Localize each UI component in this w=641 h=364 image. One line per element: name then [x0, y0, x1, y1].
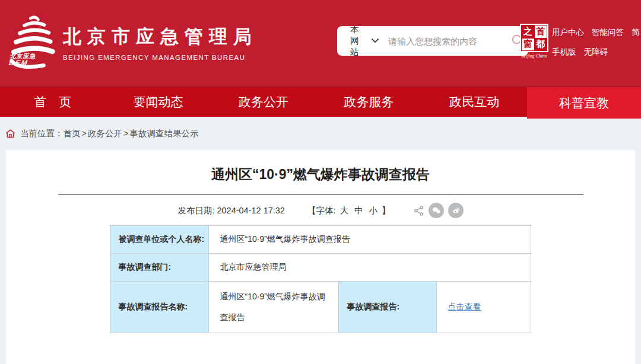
investigated-entity-value: 通州区“10·9”燃气爆炸事故调查报告	[209, 226, 531, 254]
article-meta: 发布日期: 2024-04-12 17:32 【字体: 大 中 小 】	[6, 203, 635, 218]
report-name-label: 事故调查报告名称:	[110, 282, 209, 333]
capital-window-seal[interactable]: 之 首 窗 都 Beijing-China	[520, 24, 548, 59]
accessibility-link[interactable]: 无障碍	[584, 47, 608, 58]
font-size-small-button[interactable]: 小	[369, 206, 378, 215]
seal-char: 之	[522, 25, 534, 38]
site-title-english: BEIJING EMERGENCY MANAGEMENT BUREAU	[63, 54, 258, 61]
investigation-department-value: 北京市应急管理局	[209, 254, 531, 282]
table-row: 被调查单位或个人名称: 通州区“10·9”燃气爆炸事故调查报告	[110, 226, 531, 254]
font-size-open: 【字体:	[307, 206, 336, 215]
article-title: 通州区“10·9”燃气爆炸事故调查报告	[6, 165, 635, 183]
breadcrumb-gov-disclosure-link[interactable]: 政务公开	[88, 128, 122, 139]
site-search: 本网站	[337, 26, 528, 56]
table-row: 事故调查报告名称: 通州区“10·9”燃气爆炸事故调查报告 事故调查报告: 点击…	[110, 282, 531, 333]
nav-item-public-interaction[interactable]: 政民互动	[421, 87, 527, 117]
search-input[interactable]	[388, 36, 506, 46]
investigated-entity-label: 被调查单位或个人名称:	[110, 226, 209, 254]
nav-item-science-education-active[interactable]: 科普宣教	[527, 87, 641, 119]
investigation-department-label: 事故调查部门:	[110, 254, 209, 282]
accident-report-table: 被调查单位或个人名称: 通州区“10·9”燃气爆炸事故调查报告 事故调查部门: …	[110, 225, 531, 333]
nav-item-gov-disclosure[interactable]: 政务公开	[211, 87, 316, 117]
table-row: 事故调查部门: 北京市应急管理局	[110, 254, 531, 282]
font-size-control: 【字体: 大 中 小 】	[307, 205, 391, 216]
site-header: 北京应急 BEM 北京市应急管理局 BEIJING EMERGENCY MANA…	[0, 0, 641, 87]
font-size-large-button[interactable]: 大	[340, 206, 349, 215]
nav-item-home[interactable]: 首 页	[0, 87, 106, 117]
temple-of-heaven-logo-icon: 北京应急 BEM	[7, 14, 57, 71]
share-buttons	[413, 203, 464, 218]
wechat-share-icon[interactable]	[429, 203, 444, 218]
site-title: 北京市应急管理局	[63, 24, 258, 49]
breadcrumb-home-link[interactable]: 首页	[64, 128, 81, 139]
title-divider	[58, 194, 583, 195]
content-panel: 通州区“10·9”燃气爆炸事故调查报告 发布日期: 2024-04-12 17:…	[6, 150, 635, 364]
view-report-link[interactable]: 点击查看	[448, 302, 481, 311]
breadcrumb-separator: >	[82, 129, 87, 138]
emblem-abbr-text: BEM	[8, 59, 36, 66]
search-scope-select[interactable]: 本网站	[350, 24, 379, 58]
site-logo[interactable]: 北京应急 BEM 北京市应急管理局 BEIJING EMERGENCY MANA…	[7, 14, 258, 71]
mobile-version-link[interactable]: 手机版	[552, 47, 576, 58]
weibo-share-icon[interactable]	[448, 203, 464, 218]
seal-caption: Beijing-China	[520, 53, 548, 59]
main-nav: 首 页 要闻动态 政务公开 政务服务 政民互动 科普宣教	[0, 87, 641, 117]
seal-char: 都	[535, 39, 547, 51]
report-label: 事故调查报告:	[339, 282, 437, 333]
chevron-down-icon	[372, 39, 379, 43]
breadcrumb-label: 当前位置：	[20, 128, 64, 139]
nav-item-gov-services[interactable]: 政务服务	[316, 87, 422, 117]
capital-window-seal-icon: 之 首 窗 都	[520, 24, 548, 52]
font-size-close: 】	[382, 206, 391, 215]
search-scope-value: 本网站	[350, 24, 365, 58]
user-center-link[interactable]: 用户中心	[552, 27, 584, 38]
smart-qa-link[interactable]: 智能问答	[592, 27, 624, 38]
share-icon[interactable]	[413, 205, 424, 216]
font-size-medium-button[interactable]: 中	[354, 206, 363, 215]
report-name-value: 通州区“10·9”燃气爆炸事故调查报告	[209, 282, 339, 333]
breadcrumb-separator: >	[123, 129, 128, 138]
seal-char: 首	[535, 25, 547, 38]
publish-date-value: 2024-04-12 17:32	[217, 206, 285, 215]
nav-item-news[interactable]: 要闻动态	[106, 87, 211, 117]
home-icon[interactable]	[5, 128, 16, 139]
breadcrumb: 当前位置： 首页 > 政务公开 > 事故调查结果公示	[0, 117, 641, 150]
seal-char: 窗	[522, 39, 534, 51]
simplified-chinese-link[interactable]: 简	[632, 27, 640, 38]
header-links: 用户中心 智能问答 简 ｜ 繁 手机版 无障碍	[552, 27, 641, 58]
breadcrumb-current-page: 事故调查结果公示	[129, 128, 198, 139]
publish-date-label: 发布日期:	[177, 206, 214, 215]
